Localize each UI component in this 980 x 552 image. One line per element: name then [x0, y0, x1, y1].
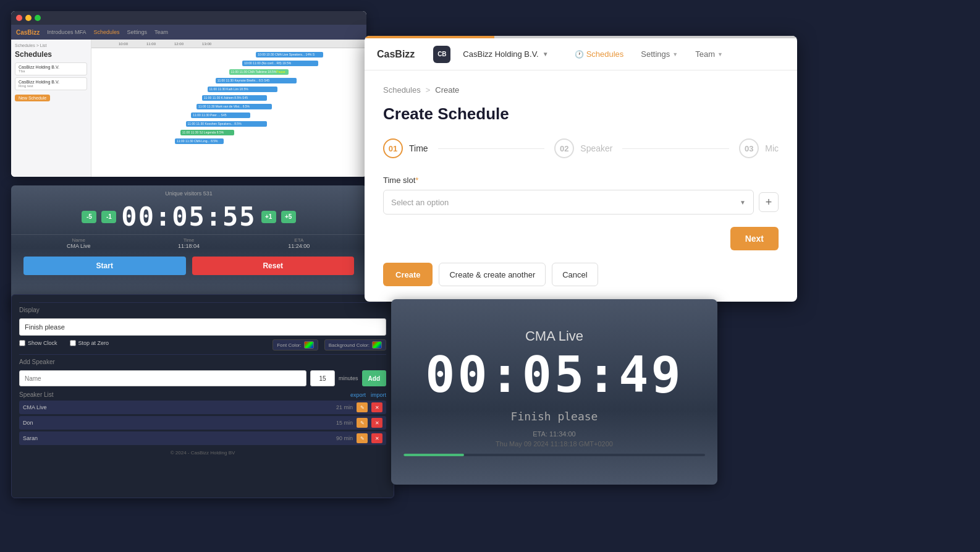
timer-table: Name Time ETA CMA Live 11:18:04 11:24:00: [11, 234, 366, 252]
message-input[interactable]: [19, 318, 386, 336]
main-navbar: CasBizz CB CasBizz Holding B.V. ▼ 🕐 Sche…: [365, 38, 797, 70]
export-link[interactable]: export: [350, 392, 366, 398]
breadcrumb: Schedules > Create: [383, 85, 779, 95]
casbizz-logo: CasBizz: [16, 29, 40, 36]
step-2: 02 Speaker: [554, 138, 612, 158]
time-slot-label: Time slot*: [383, 176, 779, 185]
company-name-1: CasBizz Holding B.V.: [19, 65, 83, 69]
cma-date: Thu May 09 2024 11:18:18 GMT+0200: [496, 440, 613, 448]
create-schedule-panel: CasBizz CB CasBizz Holding B.V. ▼ 🕐 Sche…: [365, 36, 797, 302]
main-logo-text: CasBizz: [377, 49, 415, 60]
sidebar-company-2[interactable]: CasBizz Holding B.V. Ring test: [15, 77, 87, 90]
nav-team-item[interactable]: Team ▼: [688, 46, 730, 62]
schedules-sidebar: Schedules > List Schedules CasBizz Holdi…: [11, 40, 91, 177]
nav-team[interactable]: Team: [154, 29, 168, 35]
speaker-list-header: Speaker List export import: [19, 391, 386, 398]
col-eta-header: ETA: [244, 237, 354, 243]
breadcrumb-separator: >: [426, 85, 431, 95]
action-buttons-row: Create Create & create another Cancel: [383, 263, 779, 286]
import-link[interactable]: import: [371, 392, 386, 398]
company-name: CasBizz Holding B.V.: [463, 49, 538, 59]
nav-team-label: Team: [695, 49, 715, 59]
minus1-button[interactable]: -1: [101, 211, 116, 223]
step-1: 01 Time: [383, 138, 428, 158]
cma-live-panel: CMA Live 00:05:49 Finish please ETA: 11:…: [391, 299, 717, 485]
step-3-label: Mic: [765, 143, 779, 153]
color-pickers: Font Color: Background Color:: [272, 339, 386, 350]
team-chevron-icon: ▼: [717, 51, 723, 57]
speaker-delete-2[interactable]: ✕: [371, 433, 382, 443]
gantt-chart: 10:00 11:00 12:00 13:00 10:00 10:30 CMA …: [91, 40, 366, 177]
time-slot-section: Time slot* Select an option ▼ +: [383, 176, 779, 214]
create-another-button[interactable]: Create & create another: [439, 263, 546, 286]
add-speaker-button[interactable]: Add: [362, 370, 386, 386]
speaker-minutes-2: 90 min: [328, 435, 353, 441]
nav-settings[interactable]: Settings: [127, 29, 147, 35]
show-clock-checkbox[interactable]: [19, 340, 25, 346]
plus5-button[interactable]: +5: [281, 211, 296, 223]
row-time: 11:18:04: [133, 243, 243, 249]
reset-button[interactable]: Reset: [192, 257, 355, 275]
export-import-controls: export import: [350, 392, 386, 398]
company-name-2: CasBizz Holding B.V.: [19, 80, 83, 84]
speaker-delete-0[interactable]: ✕: [371, 402, 382, 412]
speaker-item-2: Saran 90 min ✎ ✕: [19, 431, 386, 445]
visitors-count: Unique visitors 531: [11, 185, 366, 199]
steps-row: 01 Time 02 Speaker 03 Mic: [383, 138, 779, 158]
start-button[interactable]: Start: [23, 257, 186, 275]
font-color-label: Font Color:: [277, 342, 302, 348]
minimize-dot: [25, 15, 32, 21]
nav-schedules-label: Schedules: [586, 49, 624, 59]
create-button[interactable]: Create: [383, 263, 433, 286]
main-content-area: Schedules > Create Create Schedule 01 Ti…: [365, 70, 797, 302]
nav-introduces[interactable]: Introduces MFA: [47, 29, 86, 35]
display-section-label: Display: [19, 302, 386, 313]
select-row: Select an option ▼ +: [383, 190, 779, 214]
schedules-content: Schedules > List Schedules CasBizz Holdi…: [11, 40, 366, 177]
minus5-button[interactable]: -5: [82, 211, 96, 223]
top-nav: CasBizz Introduces MFA Schedules Setting…: [11, 25, 366, 40]
company-selector[interactable]: CasBizz Holding B.V. ▼: [463, 49, 548, 59]
speaker-edit-2[interactable]: ✎: [357, 433, 368, 443]
sidebar-company-1[interactable]: CasBizz Holding B.V. Tba: [15, 62, 87, 75]
time-slot-select-wrapper[interactable]: Select an option ▼: [383, 190, 754, 214]
minutes-label: minutes: [339, 375, 358, 381]
stop-at-zero-checkbox[interactable]: [70, 340, 76, 346]
nav-settings-item[interactable]: Settings ▼: [633, 46, 685, 62]
speaker-delete-1[interactable]: ✕: [371, 418, 382, 428]
speaker-minutes-input[interactable]: [310, 370, 335, 386]
font-color-picker[interactable]: Font Color:: [272, 339, 318, 350]
cma-title: CMA Live: [525, 328, 583, 344]
breadcrumb-parent[interactable]: Schedules: [383, 85, 421, 95]
plus1-button[interactable]: +1: [261, 211, 276, 223]
bg-color-picker[interactable]: Background Color:: [324, 339, 386, 350]
add-time-slot-button[interactable]: +: [759, 192, 779, 212]
cancel-button[interactable]: Cancel: [552, 263, 598, 286]
maximize-dot: [35, 15, 41, 21]
speaker-edit-1[interactable]: ✎: [357, 418, 368, 428]
speaker-item-1: Don 15 min ✎ ✕: [19, 416, 386, 430]
cma-progress-bar: [403, 454, 464, 456]
speaker-list-section: Speaker List export import CMA Live 21 m…: [19, 391, 386, 445]
next-button[interactable]: Next: [730, 227, 779, 250]
main-nav-items: 🕐 Schedules Settings ▼ Team ▼: [567, 46, 730, 62]
speaker-edit-0[interactable]: ✎: [357, 402, 368, 412]
nav-settings-label: Settings: [641, 49, 670, 59]
nav-schedules[interactable]: Schedules: [93, 29, 119, 35]
speaker-name-input[interactable]: [19, 370, 306, 386]
new-schedule-button[interactable]: New Schedule: [15, 95, 50, 101]
timer-action-buttons: Start Reset: [11, 252, 366, 280]
speaker-item-0: CMA Live 21 min ✎ ✕: [19, 401, 386, 414]
step-2-circle: 02: [554, 138, 574, 158]
nav-schedules-item[interactable]: 🕐 Schedules: [567, 46, 632, 62]
next-row: Next: [383, 227, 779, 250]
speaker-name-1: Don: [23, 420, 324, 426]
schedules-title: Schedules: [15, 50, 87, 59]
speaker-list-label: Speaker List: [19, 391, 54, 398]
speaker-minutes-0: 21 min: [328, 404, 353, 410]
window-topbar: [11, 11, 366, 25]
step-divider-2: [622, 148, 729, 149]
step-1-circle: 01: [383, 138, 403, 158]
gantt-header: 10:00 11:00 12:00 13:00: [91, 40, 366, 48]
speaker-name-2: Saran: [23, 435, 324, 441]
